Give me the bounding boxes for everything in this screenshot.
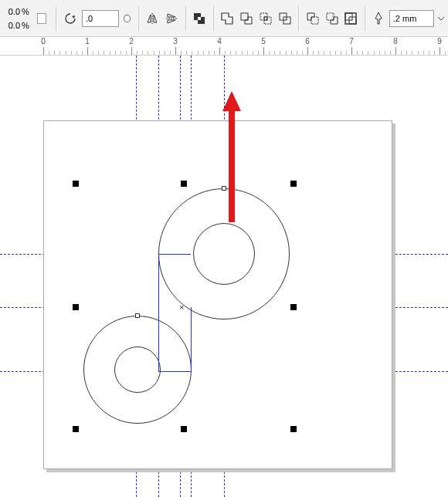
ruler-label: 5 xyxy=(261,37,266,46)
option-radio[interactable] xyxy=(124,15,131,22)
selection-edge xyxy=(158,254,191,255)
simplify-button[interactable] xyxy=(276,8,294,29)
selection-handle[interactable] xyxy=(73,181,79,187)
ruler-label: 2 xyxy=(129,37,134,46)
large-circle-inner[interactable] xyxy=(193,223,255,285)
selection-handle[interactable] xyxy=(181,181,187,187)
selection-handle[interactable] xyxy=(73,304,79,310)
svg-rect-4 xyxy=(198,17,201,20)
coord-x: 0.0 xyxy=(3,7,20,16)
separator xyxy=(213,6,214,31)
rotation-input[interactable] xyxy=(82,10,119,27)
rotate-icon[interactable] xyxy=(61,8,79,29)
back-minus-front-button[interactable] xyxy=(323,8,341,29)
boundary-button[interactable] xyxy=(342,8,360,29)
ruler-label: 8 xyxy=(393,37,398,46)
small-circle-inner[interactable] xyxy=(114,347,161,393)
svg-rect-15 xyxy=(345,13,356,24)
svg-rect-12 xyxy=(327,13,334,20)
svg-rect-8 xyxy=(264,17,267,20)
coord-y: 0.0 xyxy=(3,21,20,30)
weld-button[interactable] xyxy=(218,8,236,29)
ruler-label: 4 xyxy=(217,37,222,46)
ruler-label: 6 xyxy=(305,37,310,46)
front-minus-back-button[interactable] xyxy=(304,8,321,29)
separator xyxy=(365,6,365,31)
percent-label: % xyxy=(22,7,29,16)
svg-rect-11 xyxy=(311,17,318,24)
percent-label: % xyxy=(22,21,29,30)
node-anchor[interactable] xyxy=(222,186,226,191)
mirror-vertical-button[interactable] xyxy=(163,8,181,29)
selection-handle[interactable] xyxy=(73,426,79,432)
selection-center-icon: × xyxy=(179,303,187,310)
svg-rect-5 xyxy=(241,13,248,20)
ruler-label: 3 xyxy=(173,37,178,46)
selection-handle[interactable] xyxy=(290,426,297,432)
horizontal-ruler: 0123456789 xyxy=(0,37,448,56)
intersect-button[interactable] xyxy=(256,8,274,29)
position-readout: 0.0 % 0.0 % xyxy=(2,3,31,34)
ruler-label: 1 xyxy=(85,37,90,46)
ruler-label: 7 xyxy=(349,37,354,46)
separator xyxy=(185,6,186,31)
drawing-canvas[interactable]: × xyxy=(0,56,448,497)
selection-edge xyxy=(158,371,191,372)
selection-handle[interactable] xyxy=(290,304,297,310)
separator xyxy=(138,6,139,31)
separator xyxy=(298,6,299,31)
stroke-width-input[interactable] xyxy=(389,10,434,27)
dropdown-arrow-icon[interactable] xyxy=(436,8,446,29)
ruler-label: 0 xyxy=(41,37,46,46)
trim-button[interactable] xyxy=(237,8,255,29)
node-anchor[interactable] xyxy=(135,313,140,318)
selection-handle[interactable] xyxy=(290,181,297,187)
selection-edge xyxy=(191,307,192,371)
mirror-horizontal-button[interactable] xyxy=(144,8,161,29)
ruler-label: 9 xyxy=(437,37,442,46)
property-toolbar: 0.0 % 0.0 % xyxy=(0,0,448,37)
selection-handle[interactable] xyxy=(181,426,187,432)
combine-button[interactable] xyxy=(191,8,209,29)
separator xyxy=(56,6,56,31)
lock-ratio-checkbox[interactable] xyxy=(37,13,46,24)
outline-pen-icon[interactable] xyxy=(370,8,388,29)
selection-edge xyxy=(158,254,159,371)
